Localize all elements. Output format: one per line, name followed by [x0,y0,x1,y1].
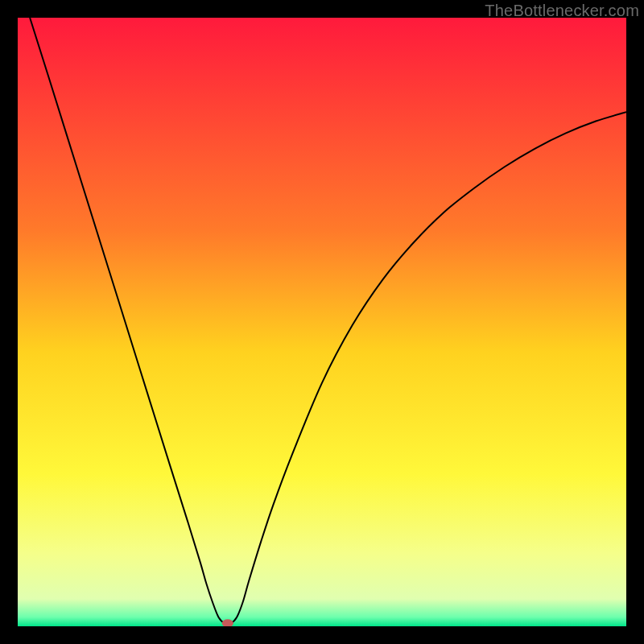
chart-svg [18,18,626,626]
chart-frame [18,18,626,626]
chart-background [18,18,626,626]
